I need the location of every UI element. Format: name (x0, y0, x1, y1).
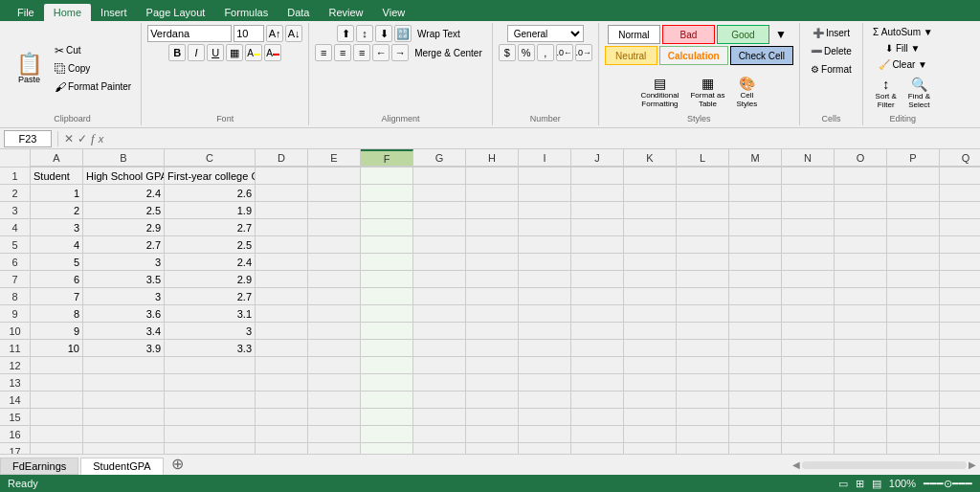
cell-Q6[interactable] (940, 254, 980, 271)
cell-P3[interactable] (887, 202, 940, 219)
cell-F5[interactable] (361, 236, 413, 254)
cell-O2[interactable] (835, 185, 887, 202)
cell-O5[interactable] (835, 236, 887, 254)
cell-K15[interactable] (624, 409, 677, 426)
cell-P14[interactable] (887, 391, 940, 409)
align-right-button[interactable]: ≡ (353, 44, 370, 61)
row-number-16[interactable]: 16 (0, 426, 31, 443)
col-header-I[interactable]: I (519, 149, 571, 167)
cell-F1[interactable] (361, 168, 413, 185)
cell-I4[interactable] (519, 219, 571, 236)
cell-L4[interactable] (677, 219, 729, 236)
cell-A10[interactable]: 9 (31, 323, 83, 340)
cell-M8[interactable] (729, 288, 782, 305)
cell-J7[interactable] (571, 271, 624, 288)
clear-button[interactable]: 🧹 Clear ▼ (875, 57, 931, 72)
cell-D16[interactable] (256, 426, 308, 443)
cell-P9[interactable] (887, 305, 940, 323)
cell-N11[interactable] (782, 340, 835, 357)
cell-G12[interactable] (413, 357, 466, 374)
cell-D7[interactable] (256, 271, 308, 288)
cell-Q5[interactable] (940, 236, 980, 254)
row-number-15[interactable]: 15 (0, 409, 31, 426)
cell-E6[interactable] (308, 254, 361, 271)
cell-K12[interactable] (624, 357, 677, 374)
align-top-button[interactable]: ⬆ (337, 25, 354, 42)
fill-color-button[interactable]: A▬ (245, 44, 262, 61)
cell-L16[interactable] (677, 426, 729, 443)
cell-N6[interactable] (782, 254, 835, 271)
cell-B15[interactable] (83, 409, 165, 426)
cell-O12[interactable] (835, 357, 887, 374)
cell-P8[interactable] (887, 288, 940, 305)
align-center-button[interactable]: ≡ (334, 44, 351, 61)
cell-H8[interactable] (466, 288, 519, 305)
col-header-L[interactable]: L (677, 149, 729, 167)
row-number-2[interactable]: 2 (0, 185, 31, 202)
cell-I9[interactable] (519, 305, 571, 323)
cell-C3[interactable]: 1.9 (165, 202, 256, 219)
conditional-formatting-button[interactable]: ▤ ConditionalFormatting (635, 73, 683, 112)
cell-D3[interactable] (256, 202, 308, 219)
align-middle-button[interactable]: ↕ (356, 25, 373, 42)
cell-F9[interactable] (361, 305, 413, 323)
cell-L13[interactable] (677, 374, 729, 391)
cell-N9[interactable] (782, 305, 835, 323)
align-bottom-button[interactable]: ⬇ (375, 25, 392, 42)
tab-insert[interactable]: Insert (91, 4, 137, 21)
cell-J13[interactable] (571, 374, 624, 391)
cell-G2[interactable] (413, 185, 466, 202)
decrease-font-button[interactable]: A↓ (285, 25, 302, 42)
font-size-input[interactable] (234, 25, 264, 42)
find-select-button[interactable]: 🔍 Find &Select (903, 74, 935, 112)
cell-E12[interactable] (308, 357, 361, 374)
cell-M16[interactable] (729, 426, 782, 443)
cell-N7[interactable] (782, 271, 835, 288)
col-header-F[interactable]: F (361, 149, 413, 167)
cell-K17[interactable] (624, 443, 677, 454)
cell-L8[interactable] (677, 288, 729, 305)
cell-D17[interactable] (256, 443, 308, 454)
cell-Q12[interactable] (940, 357, 980, 374)
font-color-button[interactable]: A▬ (264, 44, 281, 61)
cell-B13[interactable] (83, 374, 165, 391)
cell-C11[interactable]: 3.3 (165, 340, 256, 357)
row-number-1[interactable]: 1 (0, 168, 31, 185)
cell-Q16[interactable] (940, 426, 980, 443)
style-check-cell[interactable]: Check Cell (730, 46, 793, 65)
cell-Q8[interactable] (940, 288, 980, 305)
cell-L7[interactable] (677, 271, 729, 288)
row-number-10[interactable]: 10 (0, 323, 31, 340)
autosum-button[interactable]: Σ AutoSum ▼ (869, 25, 937, 39)
cell-A17[interactable] (31, 443, 83, 454)
cell-I14[interactable] (519, 391, 571, 409)
cell-C14[interactable] (165, 391, 256, 409)
cell-G4[interactable] (413, 219, 466, 236)
cell-L17[interactable] (677, 443, 729, 454)
cell-D13[interactable] (256, 374, 308, 391)
cell-H5[interactable] (466, 236, 519, 254)
cell-K7[interactable] (624, 271, 677, 288)
cell-A16[interactable] (31, 426, 83, 443)
cell-L12[interactable] (677, 357, 729, 374)
cell-D5[interactable] (256, 236, 308, 254)
cell-G16[interactable] (413, 426, 466, 443)
row-number-14[interactable]: 14 (0, 391, 31, 409)
cell-N16[interactable] (782, 426, 835, 443)
row-number-12[interactable]: 12 (0, 357, 31, 374)
cell-C4[interactable]: 2.7 (165, 219, 256, 236)
cell-L3[interactable] (677, 202, 729, 219)
cell-L9[interactable] (677, 305, 729, 323)
cell-B9[interactable]: 3.6 (83, 305, 165, 323)
cell-O4[interactable] (835, 219, 887, 236)
cell-P6[interactable] (887, 254, 940, 271)
cell-A11[interactable]: 10 (31, 340, 83, 357)
cell-N10[interactable] (782, 323, 835, 340)
cell-Q3[interactable] (940, 202, 980, 219)
cell-O16[interactable] (835, 426, 887, 443)
cell-A2[interactable]: 1 (31, 185, 83, 202)
cell-B11[interactable]: 3.9 (83, 340, 165, 357)
cell-A1[interactable]: Student (31, 168, 83, 185)
cell-C6[interactable]: 2.4 (165, 254, 256, 271)
row-number-3[interactable]: 3 (0, 202, 31, 219)
